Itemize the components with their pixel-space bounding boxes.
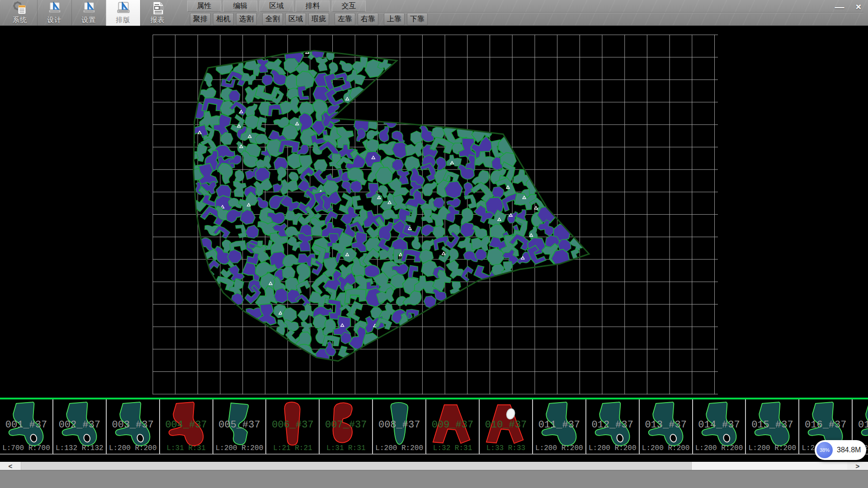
thumbnail-cell[interactable]: 009_#37 L:32 R:31 [426, 399, 480, 455]
tool-camera[interactable]: 相机 [213, 13, 234, 25]
thumb-shape [648, 402, 683, 446]
thumb-shape [433, 405, 470, 443]
toolbar-groove [375, 12, 863, 13]
titlebar: 系统 设计 [0, 0, 868, 26]
tool-align-bottom[interactable]: 下靠 [407, 13, 428, 25]
memory-usage: 384.8M [837, 446, 861, 454]
toolbar-button-label: 设置 [82, 16, 96, 24]
thumbnail-cell[interactable]: 003_#37 L:200 R:200 [107, 399, 160, 455]
thumb-shape [755, 402, 789, 446]
thumbnail-cell[interactable]: 011_#37 L:200 R:200 [533, 399, 586, 455]
minimize-button[interactable]: — [833, 1, 846, 12]
tool-region[interactable]: 区域 [285, 13, 306, 25]
tool-cluster-nest[interactable]: 聚排 [190, 13, 211, 25]
tool-select-cut[interactable]: 选割 [236, 13, 257, 25]
thumb-shape [702, 402, 736, 446]
thumb-shape [486, 405, 524, 443]
thumb-shape [595, 402, 629, 446]
progress-circle: 38% [816, 442, 833, 458]
toolbar-button-label: 排版 [116, 16, 131, 24]
thumbnail-cell[interactable]: 014_#37 L:200 R:200 [693, 399, 746, 455]
tool-cut-all[interactable]: 全割 [262, 13, 283, 25]
piece-thumbnail-svg [698, 400, 741, 448]
thumbnail-cell[interactable]: 008_#37 L:200 R:200 [373, 399, 426, 455]
scroll-thumb[interactable] [21, 462, 692, 470]
toolbar-button-label: 系统 [13, 16, 27, 24]
tool-button-bar: 聚排 相机 选割 全割 区域 瑕疵 左靠 右靠 上靠 下靠 [190, 13, 430, 25]
thumb-shape [808, 402, 843, 446]
settings-laptop-icon [82, 1, 96, 15]
horizontal-scrollbar[interactable]: < > [0, 462, 868, 470]
menu-tab-bar: 属性 编辑 区域 排料 交互 [187, 0, 368, 12]
piece-thumbnail-svg [165, 400, 208, 448]
thumbnail-strip: 001_#37 L:700 R:700 002_#37 L:132 R:132 … [0, 399, 868, 462]
toolbar-button-system[interactable]: 系统 [3, 0, 37, 26]
piece-thumbnail-svg [484, 400, 528, 448]
app-window: 系统 设计 [0, 0, 868, 488]
tab-edit[interactable]: 编辑 [223, 0, 257, 12]
status-bar [0, 470, 868, 488]
piece-thumbnail-svg [271, 400, 314, 448]
tool-align-left[interactable]: 左靠 [335, 13, 355, 25]
design-laptop-icon [47, 1, 62, 15]
piece-thumbnail-svg [111, 400, 155, 448]
thumb-shape [115, 402, 150, 446]
thumbnail-cell[interactable]: 001_#37 L:700 R:700 [0, 399, 53, 455]
thumbnail-cell[interactable]: 015_#37 L:200 R:200 [746, 399, 799, 455]
thumb-shape [228, 403, 248, 445]
thumb-shape [9, 402, 43, 446]
toolbar-button-label: 设计 [47, 16, 62, 24]
status-badge: 38% 384.8M [815, 440, 866, 460]
piece-thumbnail-svg [324, 400, 368, 448]
thumb-shape [542, 402, 576, 446]
close-button[interactable]: × [852, 1, 865, 12]
piece-thumbnail-svg [218, 400, 261, 448]
piece-thumbnail-svg [644, 400, 688, 448]
scroll-right-button[interactable]: > [847, 462, 868, 470]
tool-defect[interactable]: 瑕疵 [308, 13, 329, 25]
thumbnail-cell[interactable]: 004_#37 L:31 R:31 [160, 399, 213, 455]
tool-align-top[interactable]: 上靠 [384, 13, 405, 25]
tab-interact[interactable]: 交互 [332, 0, 366, 12]
thumbnail-cell[interactable]: 006_#37 L:21 R:21 [266, 399, 320, 455]
report-document-icon [151, 1, 165, 15]
thumb-shape [62, 402, 96, 446]
thumb-shape [333, 403, 353, 442]
thumb-shape [391, 403, 408, 445]
nesting-laptop-icon [116, 1, 131, 15]
tab-nesting[interactable]: 排料 [296, 0, 330, 12]
thumbnail-cell[interactable]: 002_#37 L:132 R:132 [53, 399, 107, 455]
piece-thumbnail-svg [377, 400, 421, 448]
thumbnail-cell[interactable]: 010_#37 L:33 R:33 [480, 399, 533, 455]
system-gear-icon [13, 1, 27, 15]
tab-properties[interactable]: 属性 [187, 0, 221, 12]
thumb-shape [862, 402, 868, 446]
window-controls: — × [833, 1, 865, 12]
piece-thumbnail-svg [750, 400, 794, 448]
nested-pieces [184, 44, 586, 364]
toolbar-button-nesting[interactable]: 排版 [106, 0, 140, 26]
toolbar-button-label: 报表 [151, 16, 165, 24]
nest-canvas-svg[interactable] [0, 26, 868, 398]
thumbnail-cell[interactable]: 005_#37 L:200 R:200 [213, 399, 267, 455]
tool-align-right[interactable]: 右靠 [358, 13, 378, 25]
thumbnail-cell[interactable]: 007_#37 L:31 R:31 [320, 399, 373, 455]
thumb-shape [169, 402, 203, 446]
progress-percent: 38% [820, 447, 830, 453]
toolbar-button-design[interactable]: 设计 [37, 0, 71, 26]
toolbar-button-report[interactable]: 报表 [140, 0, 175, 26]
piece-thumbnail-svg [538, 400, 581, 448]
piece-thumbnail-svg [58, 400, 101, 448]
nesting-canvas[interactable] [0, 26, 868, 398]
thumbnail-cell[interactable]: 013_#37 L:200 R:200 [640, 399, 693, 455]
tab-region[interactable]: 区域 [259, 0, 293, 12]
thumb-shape [285, 402, 300, 445]
scroll-left-button[interactable]: < [0, 462, 21, 470]
thumbnail-cell[interactable]: 012_#37 L:200 R:200 [586, 399, 640, 455]
piece-thumbnail-svg [431, 400, 474, 448]
toolbar-button-settings[interactable]: 设置 [71, 0, 106, 26]
piece-thumbnail-svg [5, 400, 48, 448]
piece-thumbnail-svg [591, 400, 634, 448]
main-toolbar: 系统 设计 [3, 0, 175, 26]
